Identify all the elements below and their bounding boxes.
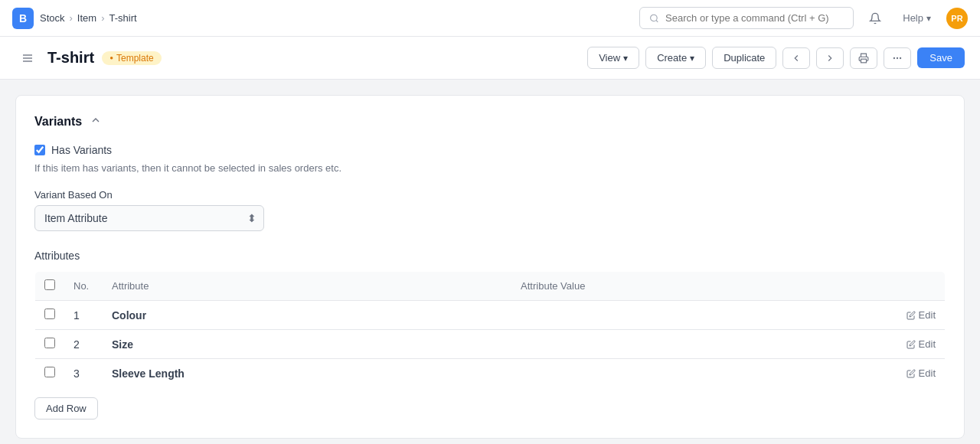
- topnav-right: Help ▾ PR: [639, 7, 968, 29]
- row-value-0: [511, 301, 884, 330]
- section-header: Variants: [34, 114, 946, 129]
- row-attribute-2: Sleeve Length: [103, 359, 511, 388]
- page-title-area: T-shirt Template: [15, 49, 162, 67]
- col-checkbox: [35, 272, 65, 301]
- has-variants-checkbox[interactable]: [34, 145, 45, 155]
- variants-card: Variants Has Variants If this item has v…: [15, 95, 965, 439]
- breadcrumb-stock[interactable]: Stock: [40, 12, 65, 24]
- page-actions: View ▾ Create ▾ Duplicate Save: [587, 47, 965, 69]
- svg-point-0: [651, 15, 658, 21]
- svg-point-6: [897, 57, 898, 58]
- prev-button[interactable]: [782, 47, 810, 69]
- sidebar-toggle[interactable]: [15, 49, 40, 67]
- attributes-label: Attributes: [34, 250, 946, 262]
- sep2: ›: [101, 12, 104, 24]
- row-checkbox-cell: [35, 301, 65, 330]
- notification-button[interactable]: [863, 9, 887, 28]
- edit-icon-1: [906, 340, 916, 349]
- select-all-checkbox[interactable]: [44, 279, 55, 290]
- duplicate-label: Duplicate: [724, 52, 765, 64]
- attributes-tbody: 1 Colour Edit 2 Size: [35, 301, 946, 388]
- table-row: 3 Sleeve Length Edit: [35, 359, 946, 388]
- bell-icon: [869, 12, 881, 24]
- table-row: 1 Colour Edit: [35, 301, 946, 330]
- help-chevron: ▾: [926, 13, 931, 24]
- variant-based-on-label: Variant Based On: [34, 189, 946, 201]
- add-row-button[interactable]: Add Row: [34, 397, 98, 420]
- create-button[interactable]: Create ▾: [645, 47, 706, 69]
- row-value-2: [511, 359, 884, 388]
- section-title: Variants: [34, 115, 82, 129]
- col-actions: [884, 272, 946, 301]
- breadcrumb: Stock › Item › T-shirt: [40, 12, 137, 24]
- edit-icon-0: [906, 311, 916, 320]
- avatar[interactable]: PR: [946, 8, 968, 29]
- help-button[interactable]: Help ▾: [897, 9, 937, 27]
- row-checkbox-cell: [35, 330, 65, 359]
- row-no-2: 3: [64, 359, 103, 388]
- breadcrumb-item[interactable]: Item: [77, 12, 96, 24]
- sep1: ›: [70, 12, 73, 24]
- row-attribute-0: Colour: [103, 301, 511, 330]
- row-attribute-1: Size: [103, 330, 511, 359]
- svg-point-5: [894, 57, 895, 58]
- row-checkbox-1[interactable]: [44, 338, 55, 348]
- col-no: No.: [64, 272, 103, 301]
- row-edit-cell-1: Edit: [884, 330, 946, 359]
- variant-based-on-wrapper: Item Attribute ⬍: [34, 205, 264, 231]
- svg-point-7: [900, 57, 901, 58]
- create-label: Create: [657, 52, 687, 64]
- create-chevron: ▾: [690, 53, 694, 64]
- menu-icon: [21, 52, 34, 64]
- duplicate-button[interactable]: Duplicate: [712, 47, 776, 69]
- edit-icon-2: [906, 369, 916, 378]
- info-text: If this item has variants, then it canno…: [34, 162, 946, 174]
- more-button[interactable]: [884, 47, 911, 69]
- edit-button-0[interactable]: Edit: [906, 309, 936, 321]
- search-bar[interactable]: [639, 7, 854, 29]
- table-row: 2 Size Edit: [35, 330, 946, 359]
- has-variants-row: Has Variants: [34, 144, 946, 156]
- template-badge: Template: [102, 51, 162, 65]
- print-button[interactable]: [850, 47, 877, 69]
- row-no-1: 2: [64, 330, 103, 359]
- page-title: T-shirt: [47, 49, 94, 67]
- next-button[interactable]: [816, 47, 844, 69]
- svg-rect-4: [861, 59, 867, 63]
- view-label: View: [599, 52, 620, 64]
- printer-icon: [858, 53, 869, 64]
- collapse-button[interactable]: [90, 114, 102, 129]
- chevron-right-icon: [825, 53, 835, 64]
- chevron-left-icon: [791, 53, 802, 64]
- view-chevron: ▾: [623, 53, 628, 64]
- page-header: T-shirt Template View ▾ Create ▾ Duplica…: [0, 37, 980, 80]
- app-icon[interactable]: B: [12, 8, 34, 29]
- attributes-table: No. Attribute Attribute Value 1 Colour: [34, 271, 946, 388]
- breadcrumb-tshirt[interactable]: T-shirt: [109, 12, 137, 24]
- topnav-left: B Stock › Item › T-shirt: [12, 8, 137, 29]
- row-no-0: 1: [64, 301, 103, 330]
- edit-button-1[interactable]: Edit: [906, 338, 936, 350]
- col-attribute: Attribute: [103, 272, 511, 301]
- row-edit-cell-0: Edit: [884, 301, 946, 330]
- main-content: Variants Has Variants If this item has v…: [0, 80, 980, 444]
- topnav: B Stock › Item › T-shirt Help ▾ PR: [0, 0, 980, 37]
- table-header-row: No. Attribute Attribute Value: [35, 272, 946, 301]
- search-icon: [649, 13, 659, 24]
- view-button[interactable]: View ▾: [587, 47, 639, 69]
- collapse-icon: [90, 114, 102, 126]
- row-checkbox-0[interactable]: [44, 309, 55, 319]
- row-checkbox-2[interactable]: [44, 367, 55, 377]
- has-variants-label[interactable]: Has Variants: [51, 144, 112, 156]
- row-value-1: [511, 330, 884, 359]
- col-attribute-value: Attribute Value: [511, 272, 884, 301]
- row-checkbox-cell: [35, 359, 65, 388]
- search-input[interactable]: [665, 12, 844, 24]
- more-icon: [892, 53, 903, 64]
- save-button[interactable]: Save: [917, 47, 965, 68]
- variant-based-on-select[interactable]: Item Attribute: [34, 205, 264, 231]
- help-label: Help: [903, 12, 923, 24]
- row-edit-cell-2: Edit: [884, 359, 946, 388]
- edit-button-2[interactable]: Edit: [906, 367, 936, 379]
